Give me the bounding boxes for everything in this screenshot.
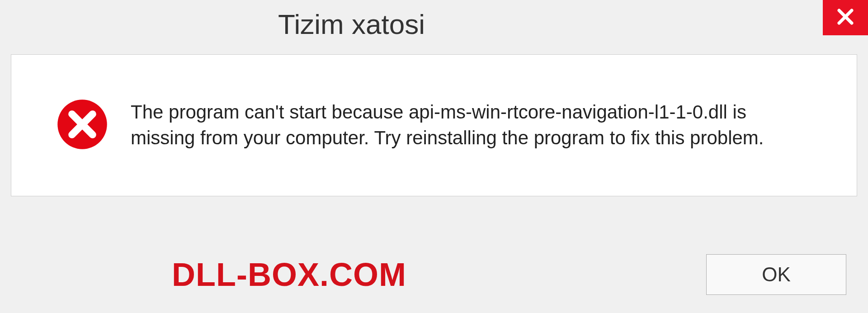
- close-button[interactable]: [823, 0, 868, 35]
- error-message: The program can't start because api-ms-w…: [131, 100, 809, 151]
- dialog-footer: DLL-BOX.COM OK: [0, 254, 868, 295]
- content-panel: The program can't start because api-ms-w…: [11, 54, 857, 196]
- error-icon: [57, 99, 108, 152]
- error-dialog: Tizim xatosi The program can't start bec…: [0, 0, 868, 313]
- watermark-text: DLL-BOX.COM: [172, 256, 406, 293]
- ok-button-label: OK: [762, 263, 791, 286]
- ok-button[interactable]: OK: [706, 254, 846, 295]
- dialog-title: Tizim xatosi: [278, 8, 425, 40]
- close-icon: [835, 6, 856, 29]
- titlebar: Tizim xatosi: [0, 0, 868, 50]
